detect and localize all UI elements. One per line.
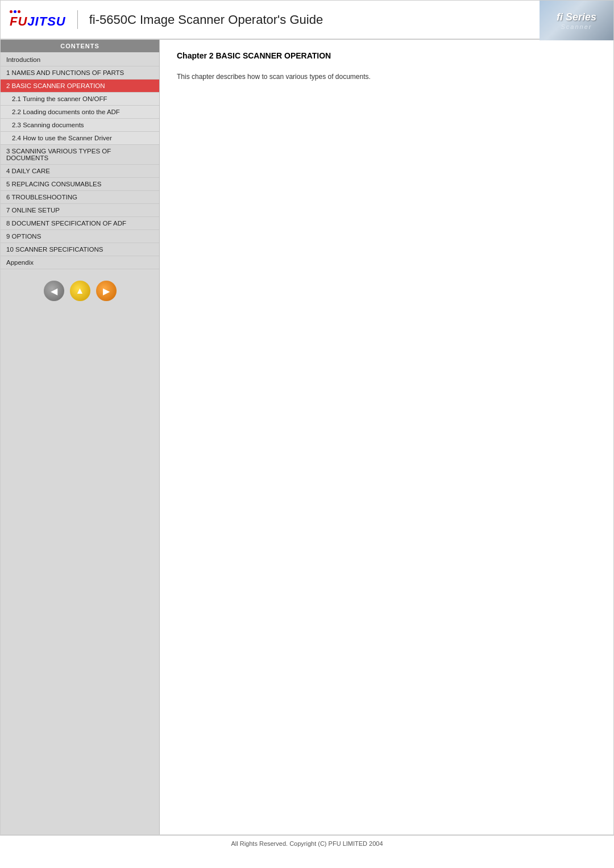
navigation-buttons: ◀ ▲ ▶ [1,269,159,312]
chapter-title: Chapter 2 BASIC SCANNER OPERATION [177,51,596,62]
logo-dot-1 [10,10,13,13]
sidebar-item-ch2[interactable]: 2 BASIC SCANNER OPERATION [1,80,159,93]
home-button[interactable]: ▲ [70,281,90,301]
sidebar-item-ch10[interactable]: 10 SCANNER SPECIFICATIONS [1,243,159,256]
sidebar-item-ch9[interactable]: 9 OPTIONS [1,230,159,243]
sidebar-item-ch3[interactable]: 3 SCANNING VARIOUS TYPES OF DOCUMENTS [1,145,159,165]
sidebar: CONTENTS Introduction 1 NAMES AND FUNCTI… [1,40,160,834]
fujitsu-logo-text: FUJITSU [10,14,66,29]
sidebar-item-introduction[interactable]: Introduction [1,53,159,66]
content-area: Chapter 2 BASIC SCANNER OPERATION This c… [160,40,613,834]
logo-dot-2 [14,10,16,13]
sidebar-contents-header: CONTENTS [1,40,159,52]
back-button[interactable]: ◀ [44,281,64,301]
sidebar-item-ch7[interactable]: 7 ONLINE SETUP [1,204,159,217]
main-layout: CONTENTS Introduction 1 NAMES AND FUNCTI… [0,40,614,835]
copyright-text: All Rights Reserved. Copyright (C) PFU L… [231,840,383,847]
sidebar-item-ch2-4[interactable]: 2.4 How to use the Scanner Driver [1,132,159,145]
sidebar-item-appendix[interactable]: Appendix [1,256,159,269]
sidebar-item-ch5[interactable]: 5 REPLACING CONSUMABLES [1,178,159,191]
fi-series-badge: fi Series Scanner [540,1,613,40]
footer: All Rights Reserved. Copyright (C) PFU L… [0,835,614,852]
fi-series-label: fi Series [557,11,596,23]
fujitsu-logo-wrapper: FUJITSU [10,10,66,29]
page-header: FUJITSU fi-5650C Image Scanner Operator'… [0,0,614,40]
fi-series-sub: Scanner [561,23,592,30]
logo-dots [10,10,20,13]
sidebar-item-ch4[interactable]: 4 DAILY CARE [1,165,159,178]
sidebar-item-ch1[interactable]: 1 NAMES AND FUNCTIONS OF PARTS [1,66,159,80]
sidebar-item-ch2-3[interactable]: 2.3 Scanning documents [1,119,159,132]
forward-button[interactable]: ▶ [96,281,117,301]
sidebar-item-ch6[interactable]: 6 TROUBLESHOOTING [1,191,159,204]
sidebar-item-ch8[interactable]: 8 DOCUMENT SPECIFICATION OF ADF [1,217,159,230]
chapter-description: This chapter describes how to scan vario… [177,72,596,82]
page-title: fi-5650C Image Scanner Operator's Guide [89,12,604,27]
sidebar-item-ch2-1[interactable]: 2.1 Turning the scanner ON/OFF [1,93,159,106]
sidebar-item-ch2-2[interactable]: 2.2 Loading documents onto the ADF [1,106,159,119]
logo-dot-3 [18,10,20,13]
logo-area: FUJITSU [10,10,78,29]
